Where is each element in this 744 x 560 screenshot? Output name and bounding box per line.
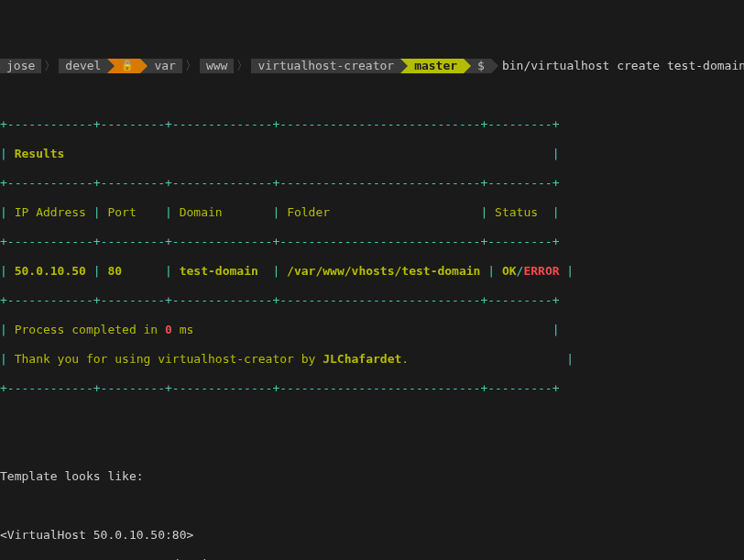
git-branch: master	[408, 59, 464, 73]
chevron-icon: 〉	[182, 59, 200, 73]
prompt-dollar: $	[471, 59, 491, 73]
arrow-icon	[107, 59, 115, 73]
path-seg: virtualhost-creator	[251, 59, 400, 73]
border: +------------+---------+--------------+-…	[0, 235, 744, 249]
terminal-output: +------------+---------+--------------+-…	[0, 103, 744, 560]
prompt-devel: devel	[59, 59, 107, 73]
arrow-icon	[400, 59, 408, 73]
prompt-line-top[interactable]: jose〉devel🔒var〉www〉virtualhost-creatorma…	[0, 59, 744, 73]
proc-post: ms	[172, 323, 193, 336]
command-text: bin/virtualhost create test-domain	[498, 59, 744, 73]
border: +------------+---------+--------------+-…	[0, 117, 744, 132]
path-seg: www	[200, 59, 234, 73]
val-ok: OK	[502, 264, 517, 278]
val-error: ERROR	[523, 264, 559, 278]
arrow-icon	[464, 59, 471, 73]
col-ip: IP Address	[15, 205, 86, 219]
val-ip: 50.0.10.50	[15, 264, 86, 278]
proc-pre: Process completed in	[15, 323, 165, 336]
arrow-icon	[140, 59, 148, 73]
template-title: Template looks like:	[0, 469, 744, 484]
border: +------------+---------+--------------+-…	[0, 381, 744, 396]
chevron-icon: 〉	[41, 59, 59, 73]
val-folder: /var/www/vhosts/test-domain	[287, 264, 480, 278]
arrow-icon	[491, 59, 498, 73]
col-port: Port	[107, 205, 136, 219]
border: +------------+---------+--------------+-…	[0, 293, 744, 308]
prompt-user: jose	[0, 59, 41, 73]
col-folder: Folder	[287, 205, 330, 219]
lock-icon: 🔒	[115, 59, 140, 73]
proc-ms: 0	[165, 323, 172, 336]
val-port: 80	[107, 264, 122, 278]
val-domain: test-domain	[180, 264, 258, 278]
col-status: Status	[495, 205, 538, 219]
thank-author: JLChafardet	[323, 352, 401, 366]
thank-pre: Thank you for using virtualhost-creator …	[15, 352, 323, 366]
border: +------------+---------+--------------+-…	[0, 176, 744, 191]
vhost-line: <VirtualHost 50.0.10.50:80>	[0, 528, 744, 543]
thank-post: .	[401, 352, 409, 366]
path-seg: var	[148, 59, 181, 73]
col-domain: Domain	[180, 205, 223, 219]
chevron-icon: 〉	[234, 59, 251, 73]
